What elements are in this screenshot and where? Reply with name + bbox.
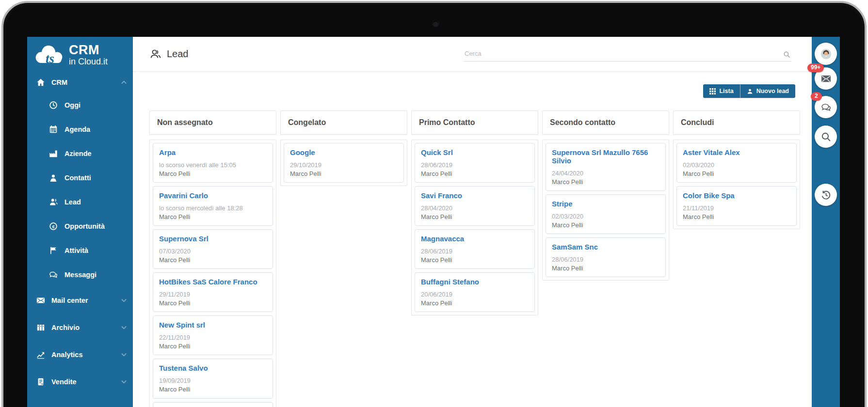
sidebar-section-archivio[interactable]: Archivio bbox=[27, 314, 133, 341]
lead-date: 20/06/2019 bbox=[421, 290, 529, 299]
lead-card[interactable]: Magnavacca 28/06/2019 Marco Pelli bbox=[415, 229, 535, 269]
sidebar-item-opportunita[interactable]: € Opportunità bbox=[27, 214, 133, 238]
lista-button[interactable]: Lista bbox=[703, 84, 739, 98]
lead-date: 24/04/2020 bbox=[552, 169, 659, 178]
lead-name: Google bbox=[290, 148, 398, 157]
opportunity-icon: € bbox=[48, 221, 58, 231]
chevron-down-icon bbox=[121, 298, 127, 302]
lead-card[interactable]: Tustena Salvo 19/09/2019 Marco Pelli bbox=[153, 359, 273, 398]
toolbar: Lista Nuovo lead bbox=[133, 72, 812, 99]
user-avatar[interactable] bbox=[815, 43, 837, 65]
lead-card[interactable]: Aster Vitale Alex 02/03/2020 Marco Pelli bbox=[676, 143, 797, 183]
kanban-column-primo-contatto: Primo Contatto Quick Srl 28/06/2019 Marc… bbox=[411, 110, 538, 407]
lead-owner: Marco Pelli bbox=[683, 170, 790, 178]
lead-card[interactable]: Pavarini Carlo lo scorso mercoledì alle … bbox=[153, 186, 273, 226]
lead-card[interactable]: Savi Franco 28/04/2020 Marco Pelli bbox=[415, 186, 535, 226]
lead-name: Supernova Srl bbox=[159, 235, 267, 243]
sidebar-item-label: Lead bbox=[64, 198, 81, 206]
sidebar-section-mail-center[interactable]: Mail center bbox=[27, 287, 133, 314]
logo-title: CRM bbox=[69, 44, 108, 57]
sidebar-item-label: Aziende bbox=[64, 150, 92, 157]
sidebar-item-agenda[interactable]: Agenda bbox=[27, 117, 133, 141]
chat-button[interactable]: 2 bbox=[815, 96, 837, 118]
lead-name: Arpa bbox=[159, 148, 267, 157]
mail-badge: 99+ bbox=[807, 63, 824, 72]
grid-icon bbox=[709, 88, 716, 94]
search-input[interactable] bbox=[464, 47, 791, 62]
sidebar-section-analytics[interactable]: Analytics bbox=[27, 341, 133, 368]
sidebar: ts CRM in Cloud.it CRM Oggi Agenda Azien… bbox=[27, 37, 133, 407]
sidebar-item-oggi[interactable]: Oggi bbox=[27, 93, 133, 117]
sidebar-item-attivita[interactable]: Attività bbox=[27, 238, 133, 263]
lead-date: 07/03/2020 bbox=[159, 247, 267, 256]
history-button[interactable] bbox=[815, 184, 837, 206]
lead-card[interactable]: HotBikes SaS Calore Franco 29/11/2019 Ma… bbox=[153, 272, 273, 312]
search-icon bbox=[821, 132, 831, 142]
lead-card[interactable]: Arpa lo scorso venerdì alle 15:05 Marco … bbox=[153, 143, 273, 183]
lead-card[interactable]: Stripe 02/03/2020 Marco Pelli bbox=[546, 194, 666, 234]
kanban-column-cards: Google 29/10/2019 Marco Pelli bbox=[280, 140, 407, 186]
search-icon[interactable] bbox=[783, 51, 790, 58]
add-person-icon bbox=[747, 88, 753, 94]
lead-date: 28/06/2019 bbox=[421, 247, 529, 256]
sidebar-item-label: Attività bbox=[64, 247, 88, 254]
lead-card[interactable]: Color Bike Spa 21/11/2019 Marco Pelli bbox=[676, 186, 797, 226]
camera-dot bbox=[433, 20, 439, 27]
lead-owner: Marco Pelli bbox=[159, 256, 267, 265]
lead-name: Tustena Salvo bbox=[159, 364, 267, 372]
sidebar-section-label: Analytics bbox=[51, 351, 82, 359]
app-logo: ts CRM in Cloud.it bbox=[27, 37, 133, 72]
analytics-icon bbox=[36, 350, 46, 360]
sidebar-item-messaggi[interactable]: Messaggi bbox=[27, 263, 133, 287]
nuovo-lead-button[interactable]: Nuovo lead bbox=[740, 84, 795, 98]
kanban-column-non-assegnato: Non assegnato Arpa lo scorso venerdì all… bbox=[149, 110, 276, 407]
lead-card[interactable]: Supernova Srl Mazullo 7656 Silvio 24/04/… bbox=[546, 143, 666, 191]
chevron-down-icon bbox=[121, 326, 127, 329]
lead-card[interactable]: Buffagni Stefano 20/06/2019 Marco Pelli bbox=[415, 272, 535, 312]
sidebar-item-aziende[interactable]: Aziende bbox=[27, 141, 133, 166]
lead-card[interactable]: Google 29/10/2019 Marco Pelli bbox=[284, 143, 404, 183]
lead-kanban-board: Non assegnato Arpa lo scorso venerdì all… bbox=[133, 99, 812, 407]
avatar-photo bbox=[821, 49, 831, 59]
lead-card[interactable]: Quick Srl 28/06/2019 Marco Pelli bbox=[415, 143, 535, 183]
sidebar-item-lead[interactable]: Lead bbox=[27, 190, 133, 214]
lead-name: Pavarini Carlo bbox=[159, 191, 267, 200]
sidebar-section-label: Archivio bbox=[51, 324, 80, 331]
lista-button-label: Lista bbox=[719, 88, 733, 94]
nuovo-lead-button-label: Nuovo lead bbox=[756, 88, 789, 94]
lead-name: Stripe bbox=[552, 200, 659, 208]
sidebar-section-vendite[interactable]: Vendite bbox=[27, 368, 133, 395]
lead-owner: Marco Pelli bbox=[159, 213, 267, 221]
lead-owner: Marco Pelli bbox=[552, 178, 659, 187]
mail-icon bbox=[36, 296, 46, 305]
kanban-column-header: Non assegnato bbox=[149, 110, 276, 135]
search-fab-button[interactable] bbox=[815, 125, 837, 148]
view-button-group: Lista Nuovo lead bbox=[703, 84, 795, 98]
mail-button[interactable]: 99+ bbox=[815, 67, 837, 90]
archive-icon bbox=[36, 323, 46, 332]
activity-icon bbox=[48, 246, 58, 255]
lead-card[interactable]: Supernova Srl 07/03/2020 Marco Pelli bbox=[153, 229, 273, 269]
kanban-column-header: Primo Contatto bbox=[411, 110, 538, 135]
lead-owner: Marco Pelli bbox=[683, 213, 790, 221]
lead-owner: Marco Pelli bbox=[421, 299, 529, 308]
lead-card[interactable]: Agli Ulivi 28/06/2019 Marco Pelli bbox=[153, 402, 273, 407]
lead-date: 29/10/2019 bbox=[290, 161, 398, 170]
sidebar-item-label: Contatti bbox=[64, 174, 91, 182]
lead-date: 22/11/2019 bbox=[159, 333, 267, 342]
svg-text:ts: ts bbox=[46, 51, 54, 66]
sidebar-item-label: Agenda bbox=[64, 125, 90, 133]
lead-owner: Marco Pelli bbox=[421, 256, 529, 265]
kanban-column-concludi: Concludi Aster Vitale Alex 02/03/2020 Ma… bbox=[673, 110, 800, 407]
lead-icon bbox=[48, 197, 58, 207]
sidebar-item-crm[interactable]: CRM bbox=[27, 72, 133, 93]
home-icon bbox=[36, 78, 46, 87]
lead-owner: Marco Pelli bbox=[421, 213, 529, 221]
lead-card[interactable]: SamSam Snc 28/06/2019 Marco Pelli bbox=[546, 237, 666, 277]
lead-people-icon bbox=[150, 49, 161, 59]
lead-card[interactable]: New Spint srl 22/11/2019 Marco Pelli bbox=[153, 315, 273, 355]
sidebar-item-contatti[interactable]: Contatti bbox=[27, 166, 133, 190]
lead-name: SamSam Snc bbox=[552, 243, 659, 251]
history-clock-icon bbox=[821, 190, 831, 200]
kanban-column-header: Secondo contatto bbox=[542, 110, 669, 135]
